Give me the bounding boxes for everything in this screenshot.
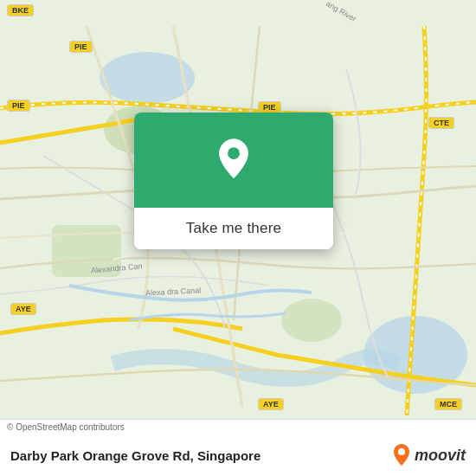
moovit-logo: moovit	[392, 443, 466, 467]
location-popup: Take me there	[134, 113, 333, 249]
popup-header	[134, 113, 333, 208]
highway-label-bke: BKE	[7, 4, 34, 16]
highway-label-aye-left: AYE	[10, 303, 36, 315]
take-me-there-button[interactable]: Take me there	[134, 208, 333, 249]
highway-label-pie-top-left: PIE	[69, 41, 93, 53]
location-pin-icon	[211, 138, 256, 183]
highway-label-mce: MCE	[434, 398, 462, 410]
bottom-bar: © OpenStreetMap contributors Darby Park …	[0, 419, 476, 476]
svg-point-4	[281, 299, 342, 342]
highway-label-pie-left: PIE	[7, 100, 30, 112]
map-container: PIE PIE PIE CTE AYE AYE BKE MCE Alexandr…	[0, 0, 476, 476]
highway-label-cte: CTE	[428, 117, 454, 129]
highway-label-aye-bottom: AYE	[258, 398, 284, 410]
moovit-pin-icon	[392, 443, 411, 467]
copyright-bar: © OpenStreetMap contributors	[0, 420, 476, 434]
copyright-text: © OpenStreetMap contributors	[7, 422, 125, 432]
svg-point-5	[228, 147, 240, 159]
svg-point-6	[398, 448, 405, 455]
moovit-brand-text: moovit	[415, 447, 466, 465]
highway-label-pie-center: PIE	[258, 101, 281, 113]
location-bar: Darby Park Orange Grove Rd, Singapore mo…	[0, 434, 476, 476]
location-text: Darby Park Orange Grove Rd, Singapore	[10, 448, 261, 463]
